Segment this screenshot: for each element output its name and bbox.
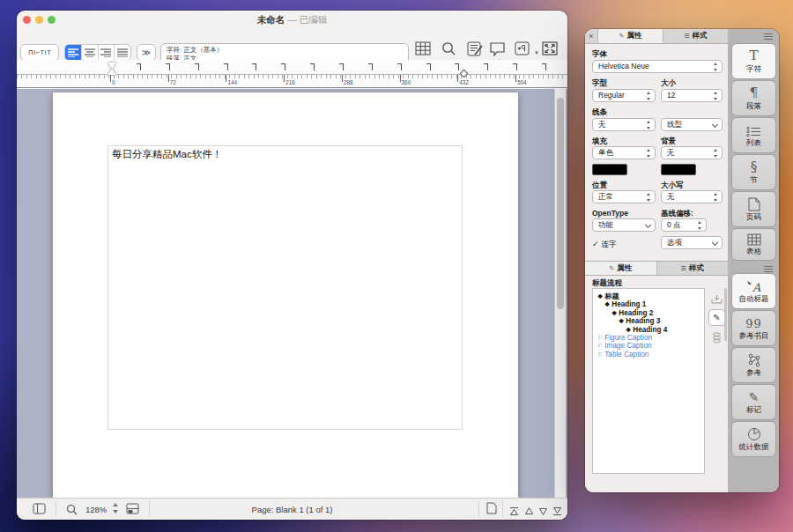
window-title: 未命名 — 已编辑 xyxy=(17,14,567,26)
popup-arrows-icon xyxy=(646,149,652,158)
auto-title-icon: A xyxy=(732,274,775,293)
palette-menu-icon[interactable] xyxy=(764,266,773,272)
align-left-button[interactable] xyxy=(65,45,82,60)
options-dropdown[interactable]: 选项 xyxy=(661,236,723,249)
style-sections-button[interactable] xyxy=(708,329,725,346)
next-page-button[interactable] xyxy=(538,504,548,520)
style-tree-label: Heading 1 xyxy=(611,300,646,308)
tab-stop-marker[interactable] xyxy=(426,63,431,70)
document-view[interactable]: 每日分享精品Mac软件！ xyxy=(17,89,567,498)
tab-stop-marker[interactable] xyxy=(137,63,141,70)
tab-stop-marker[interactable] xyxy=(224,63,228,70)
position-dropdown[interactable]: 正常 xyxy=(592,190,656,203)
tab-stop-marker[interactable] xyxy=(542,63,546,70)
style-tree-item[interactable]: ❖Heading 1 xyxy=(593,300,704,308)
opentype-dropdown[interactable]: 功能 xyxy=(592,218,656,232)
tab-stop-marker[interactable] xyxy=(513,63,517,70)
tab-styles[interactable]: ☰样式 xyxy=(663,29,728,43)
text-frame[interactable]: 每日分享精品Mac软件！ xyxy=(107,145,463,430)
sidebar-item-references[interactable]: 参考 xyxy=(731,347,776,383)
popup-arrows-icon xyxy=(646,193,652,202)
align-justify-button[interactable] xyxy=(115,45,130,60)
style-tree-item[interactable]: ⚐Table Caption xyxy=(593,351,704,358)
goto-page-button[interactable] xyxy=(486,502,497,518)
tab-properties-bottom[interactable]: ✎属性 xyxy=(585,262,657,275)
tab-properties[interactable]: ✎属性 xyxy=(598,29,663,43)
popup-arrows-icon xyxy=(646,92,652,100)
previous-page-button[interactable] xyxy=(524,504,534,520)
style-tree-item[interactable]: ❖标题 xyxy=(593,292,704,300)
style-tree-label: Figure Caption xyxy=(604,334,652,342)
tab-stop-marker[interactable] xyxy=(339,63,344,70)
tab-stop-marker[interactable] xyxy=(252,63,256,70)
text-marks-button[interactable]: ⊓I⌐TIT xyxy=(20,44,59,61)
font-label: 字体 xyxy=(592,49,607,60)
edit-style-button[interactable]: ✎ xyxy=(708,309,725,326)
ruler-major-tick xyxy=(168,75,169,82)
line-type-dropdown[interactable]: 线型 xyxy=(661,118,723,131)
sidebar-item-section[interactable]: § 节 xyxy=(731,154,776,190)
palette-close-button[interactable]: × xyxy=(585,29,598,43)
tab-styles-bottom[interactable]: ☰样式 xyxy=(657,262,729,275)
tab-stop-marker[interactable] xyxy=(484,63,488,70)
sidebar-item-list[interactable]: 列表 xyxy=(731,117,776,153)
palette-menu-icon[interactable] xyxy=(764,33,773,40)
size-dropdown[interactable]: 12 xyxy=(661,89,723,102)
svg-text:A: A xyxy=(752,281,761,293)
tab-stop-marker[interactable] xyxy=(397,63,402,70)
sidebar-item-auto-title[interactable]: A 自动标题 xyxy=(731,273,776,309)
align-justify-icon xyxy=(117,48,128,57)
tab-stop-marker[interactable] xyxy=(281,63,285,70)
popup-arrows-icon xyxy=(713,149,719,158)
typeface-dropdown[interactable]: Regular xyxy=(592,89,656,102)
ruler-tick-row: 072144216288360432504576 xyxy=(17,74,567,88)
ligature-checkbox[interactable]: ✓连字 xyxy=(592,240,617,250)
titlebar[interactable]: 未命名 — 已编辑 xyxy=(17,11,567,26)
sidebar-item-table[interactable]: 表格 xyxy=(731,228,776,261)
document-window: 未命名 — 已编辑 ⊓I⌐TIT 对齐 ≫ 方向 xyxy=(17,11,567,520)
align-center-button[interactable] xyxy=(82,45,99,60)
sidebar-item-character[interactable]: T 字符 xyxy=(731,43,776,79)
baseline-offset-stepper[interactable]: 0 点 xyxy=(661,218,707,232)
tab-stop-marker[interactable] xyxy=(195,63,199,70)
style-tree-item[interactable]: ❖Heading 2 xyxy=(593,309,704,317)
fill-dropdown[interactable]: 单色 xyxy=(592,146,656,159)
style-tree-item[interactable]: ⚐Image Caption xyxy=(593,342,704,350)
background-color-swatch[interactable] xyxy=(661,164,696,175)
style-tree-item[interactable]: ❖Heading 4 xyxy=(593,326,704,334)
vertical-scrollbar[interactable] xyxy=(554,89,566,498)
tab-stop-marker[interactable] xyxy=(455,63,459,70)
vertical-scrollbar-thumb[interactable] xyxy=(557,98,564,309)
background-dropdown[interactable]: 无 xyxy=(661,146,723,159)
align-right-button[interactable] xyxy=(99,45,115,60)
fill-color-swatch[interactable] xyxy=(592,164,627,175)
case-dropdown[interactable]: 无 xyxy=(661,190,723,203)
style-tree-label: Heading 2 xyxy=(619,309,653,317)
sidebar-item-page-number[interactable]: 页码 xyxy=(731,191,776,227)
import-style-button[interactable] xyxy=(708,291,725,307)
go-first-page-button[interactable] xyxy=(509,504,519,520)
ruler-label: 144 xyxy=(227,79,237,85)
palette-scrollbar[interactable] xyxy=(724,288,727,341)
horizontal-ruler[interactable]: 072144216288360432504576 xyxy=(17,60,567,88)
tab-stop-marker[interactable] xyxy=(310,63,315,70)
style-tree-item[interactable]: ❖Heading 3 xyxy=(593,317,704,325)
sidebar-item-markup[interactable]: ✎ 标记 xyxy=(731,384,776,420)
tab-stop-marker[interactable] xyxy=(368,63,373,70)
go-last-page-button[interactable] xyxy=(552,504,562,520)
sidebar-item-paragraph[interactable]: ¶ 段落 xyxy=(731,80,776,116)
style-tree-item[interactable]: ⚐Figure Caption xyxy=(593,334,704,342)
caption-style-icon: ⚐ xyxy=(597,335,603,341)
font-family-dropdown[interactable]: Helvetica Neue xyxy=(592,60,723,73)
tab-stop-row[interactable] xyxy=(17,60,567,74)
sidebar-item-bibliography[interactable]: 99 参考书目 xyxy=(731,310,776,346)
ruler-label: 504 xyxy=(517,79,527,85)
line-dropdown[interactable]: 无 xyxy=(592,118,656,131)
sidebar-item-statistics[interactable]: 统计数据 xyxy=(731,421,776,457)
checkmark-icon: ✓ xyxy=(592,240,599,248)
show-invisibles-icon xyxy=(515,41,531,56)
direction-button[interactable]: ≫ xyxy=(137,44,156,61)
style-tree[interactable]: ❖标题❖Heading 1❖Heading 2❖Heading 3❖Headin… xyxy=(592,288,705,474)
tab-stop-marker[interactable] xyxy=(166,63,170,70)
page[interactable]: 每日分享精品Mac软件！ xyxy=(53,92,518,499)
